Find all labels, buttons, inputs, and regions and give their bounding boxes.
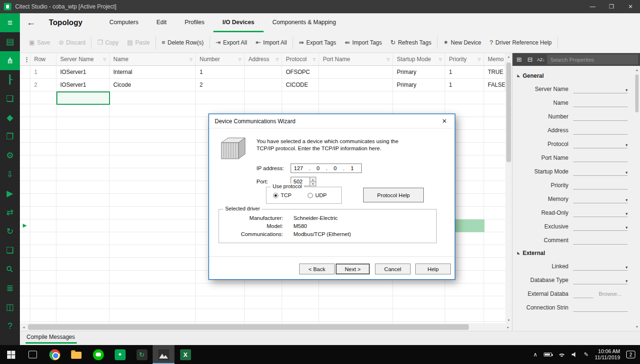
database-type-input[interactable]: ▾ — [573, 275, 628, 284]
memory-input[interactable]: ▾ — [573, 194, 628, 203]
cell-startup-mode[interactable]: Primary — [393, 79, 445, 91]
startup-mode-input[interactable]: ▾ — [573, 167, 628, 176]
column-header-protocol[interactable]: Protocol▽ — [282, 53, 319, 66]
sidebar-item-documents[interactable]: ❐ — [0, 127, 20, 146]
chrome-taskbar-button[interactable] — [44, 345, 65, 364]
cell-priority[interactable]: 1 — [445, 66, 484, 79]
tcp-radio[interactable]: TCP — [273, 192, 292, 198]
tab-computers[interactable]: Computers — [101, 13, 147, 32]
name-input[interactable] — [573, 98, 628, 107]
next-button[interactable]: Next > — [336, 264, 370, 274]
paste-button[interactable]: ▤Paste — [123, 36, 154, 49]
back-button[interactable]: ← — [27, 18, 36, 28]
column-header-number[interactable]: Number▽ — [196, 53, 245, 66]
citect-taskbar-button[interactable]: ✦ — [109, 345, 131, 364]
hamburger-menu-button[interactable]: ≡ — [0, 13, 20, 32]
properties-scrollbar[interactable]: ▲ ▼ — [634, 66, 640, 331]
notification-badge[interactable]: 2 — [626, 351, 635, 358]
chevron-down-icon[interactable]: ▾ — [625, 279, 628, 283]
section-general[interactable]: ◢General — [512, 70, 640, 82]
filter-icon[interactable]: ▽ — [103, 57, 106, 62]
sidebar-item-topology[interactable]: ⋔ — [0, 51, 20, 70]
restore-button[interactable]: ❐ — [602, 0, 621, 13]
exclusive-input[interactable]: ▾ — [573, 222, 628, 231]
filter-icon[interactable]: ▽ — [190, 57, 192, 62]
chevron-down-icon[interactable]: ▾ — [625, 170, 628, 175]
row-handle[interactable] — [20, 79, 30, 91]
sidebar-item-restore[interactable]: ↻ — [0, 222, 20, 241]
protocol-help-button[interactable]: Protocol Help — [363, 188, 424, 202]
citect-deploy-taskbar-button[interactable]: ↻ — [131, 345, 153, 364]
messaging-app-taskbar-button[interactable] — [87, 345, 109, 364]
sidebar-item-find[interactable]: ⚲ — [0, 260, 20, 279]
scroll-up-icon[interactable]: ▲ — [634, 67, 640, 73]
chevron-down-icon[interactable]: ▾ — [625, 211, 628, 216]
filter-icon[interactable]: ▽ — [387, 57, 390, 62]
copy-button[interactable]: ❐Copy — [93, 36, 123, 49]
scroll-up-icon[interactable]: ▲ — [505, 53, 512, 60]
import-tags-button[interactable]: ⇚Import Tags — [340, 36, 386, 49]
close-button[interactable]: ✕ — [621, 0, 640, 13]
sidebar-item-runtime[interactable]: ⇄ — [0, 203, 20, 222]
cell-memo[interactable]: TRUE — [484, 66, 505, 79]
server-name-input[interactable]: ▾ — [573, 84, 628, 93]
address-input[interactable] — [573, 126, 628, 135]
cell-server-name[interactable]: IOServer1 — [56, 79, 110, 91]
speaker-icon[interactable] — [572, 352, 578, 357]
port-name-input[interactable] — [573, 153, 628, 162]
tab-components-mapping[interactable]: Components & Mapping — [264, 13, 345, 32]
filter-icon[interactable]: ▽ — [276, 57, 279, 62]
scrollbar-thumb[interactable] — [506, 63, 511, 162]
filter-icon[interactable]: ▽ — [238, 57, 241, 62]
table-vertical-scrollbar[interactable]: ▲ ▼ — [505, 53, 512, 323]
clock[interactable]: 10:06 AM 11/11/2019 — [595, 348, 620, 361]
read-only-input[interactable]: ▾ — [573, 208, 628, 217]
column-header-row[interactable]: Row — [30, 53, 56, 66]
filter-icon[interactable]: ▽ — [478, 57, 481, 62]
linked-input[interactable]: ▾ — [573, 262, 628, 271]
tab-edit[interactable]: Edit — [147, 13, 176, 32]
grid-view-icon[interactable]: ⊞ — [514, 55, 524, 64]
discard-button[interactable]: ⊘Discard — [55, 36, 90, 49]
selected-cell[interactable] — [56, 91, 110, 105]
column-header-memo[interactable]: Memo — [484, 53, 505, 66]
cell-startup-mode[interactable]: Primary — [393, 66, 445, 79]
sidebar-item-run[interactable]: ▶ — [0, 184, 20, 203]
tab-profiles[interactable]: Profiles — [175, 13, 213, 32]
new-device-button[interactable]: ✶New Device — [439, 36, 485, 49]
connection-string-input[interactable] — [573, 303, 628, 312]
header-handle[interactable]: ⋮ — [20, 53, 30, 66]
browse-button[interactable]: Browse... — [599, 291, 622, 297]
cell-port-name[interactable] — [319, 79, 393, 91]
kebab-menu-icon[interactable]: ⋮ — [24, 56, 30, 63]
table-horizontal-scrollbar[interactable]: ◄ ► — [20, 323, 512, 331]
sidebar-item-projects[interactable]: ▤ — [0, 32, 20, 51]
dialog-close-button[interactable]: ✕ — [440, 117, 449, 126]
driver-reference-help-button[interactable]: ?Driver Reference Help — [485, 36, 556, 49]
column-header-startup-mode[interactable]: Startup Mode▽ — [393, 53, 445, 66]
photo-viewer-taskbar-button[interactable] — [153, 345, 174, 364]
minimize-button[interactable]: — — [583, 0, 602, 13]
import-all-button[interactable]: ⇤Import All — [251, 36, 291, 49]
cell-row[interactable]: 1 — [30, 66, 56, 79]
number-input[interactable] — [573, 112, 628, 121]
scroll-down-icon[interactable]: ▼ — [634, 324, 640, 330]
external-database-input[interactable] — [573, 289, 593, 298]
cell-port-name[interactable] — [319, 66, 393, 79]
protocol-input[interactable]: ▾ — [573, 139, 628, 148]
cell-address[interactable] — [245, 79, 282, 91]
pen-icon[interactable]: ✎ — [584, 351, 589, 358]
priority-input[interactable] — [573, 181, 628, 190]
search-properties-input[interactable] — [547, 55, 638, 64]
udp-radio[interactable]: UDP — [308, 192, 327, 198]
battery-icon[interactable] — [544, 353, 552, 356]
column-header-address[interactable]: Address▽ — [245, 53, 282, 66]
row-handle[interactable] — [20, 66, 30, 79]
chevron-down-icon[interactable]: ▾ — [625, 88, 628, 92]
cell-name[interactable]: Cicode — [110, 79, 196, 91]
cell-number[interactable]: 1 — [196, 66, 245, 79]
cell-name[interactable]: Internal — [110, 66, 196, 79]
scroll-down-icon[interactable]: ▼ — [505, 317, 512, 323]
ip-address-input[interactable]: 127. 0. 0. 1 — [291, 164, 362, 173]
sidebar-item-settings[interactable]: ⚙ — [0, 146, 20, 165]
